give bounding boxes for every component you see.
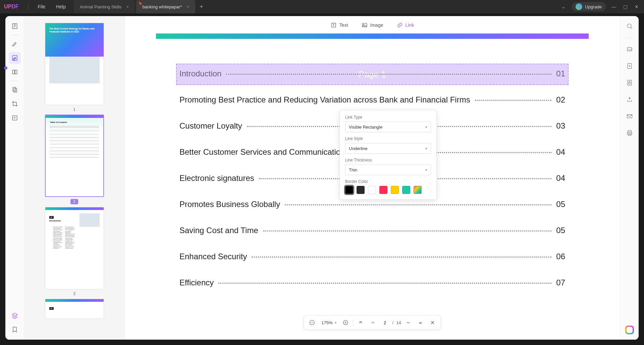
- thumbnail-page-4[interactable]: 02: [45, 299, 104, 319]
- tab-strip: Animal Painting Skills × 🔖 banking white…: [74, 0, 206, 13]
- tool-label: Text: [339, 22, 348, 28]
- thumb-number: 3: [73, 291, 75, 296]
- organize-icon[interactable]: [9, 84, 21, 96]
- pages-icon[interactable]: [9, 66, 21, 78]
- edge-indicator-icon: [4, 66, 7, 70]
- line-style-select[interactable]: Underline: [345, 143, 431, 154]
- edit-icon[interactable]: [9, 52, 21, 64]
- color-swatch-yellow[interactable]: [391, 186, 399, 194]
- minimize-icon[interactable]: —: [610, 3, 617, 10]
- toc-row[interactable]: Saving Cost and Time05: [179, 226, 565, 235]
- svg-rect-0: [12, 24, 17, 29]
- page-sep: /: [392, 320, 394, 325]
- thumbnail-page-2[interactable]: Table of Contents: [45, 115, 104, 197]
- thumb-number: 2: [70, 199, 78, 204]
- menu-file[interactable]: File: [38, 4, 46, 9]
- link-type-label: Link Type: [345, 115, 431, 120]
- protect-icon[interactable]: [624, 77, 636, 89]
- toc-row[interactable]: Promotes Business Globally05: [179, 200, 565, 209]
- thumbnail-page-3[interactable]: 01 Introduction Lorem ipsum dolor sit am…: [45, 207, 104, 289]
- print-icon[interactable]: [624, 127, 636, 139]
- email-icon[interactable]: [624, 110, 636, 122]
- thumb-tag: 01: [49, 216, 54, 219]
- link-properties-popup[interactable]: Link Type Visible Rectangle Line Style U…: [339, 110, 437, 200]
- toc-title: Saving Cost and Time: [179, 226, 258, 235]
- share-icon[interactable]: [624, 93, 636, 106]
- svg-rect-2: [12, 70, 14, 74]
- color-swatch-teal[interactable]: [402, 186, 410, 194]
- zoom-in-button[interactable]: [341, 318, 351, 327]
- toc-title: Promotes Business Globally: [179, 200, 280, 209]
- prev-page-button[interactable]: [368, 318, 378, 327]
- title-right: ⌄ Upgrade — ▢ ✕: [560, 2, 640, 11]
- svg-rect-18: [627, 115, 632, 118]
- color-swatch-red[interactable]: [379, 186, 387, 194]
- close-icon[interactable]: ×: [126, 4, 129, 9]
- ai-assistant-icon[interactable]: [625, 326, 634, 334]
- toc-row[interactable]: Promoting Best Practice and Reducing Var…: [179, 95, 565, 105]
- tab-animal-painting[interactable]: Animal Painting Skills ×: [74, 0, 135, 13]
- page-navigator: 175%▾ / 14 ✕: [304, 316, 441, 330]
- next-page-button[interactable]: [404, 318, 413, 327]
- svg-rect-5: [14, 88, 16, 92]
- tab-title: Animal Painting Skills: [80, 4, 121, 9]
- svg-point-12: [627, 24, 631, 28]
- tool-link[interactable]: Link: [394, 21, 416, 29]
- separator: [11, 81, 19, 81]
- crop-icon[interactable]: [9, 98, 21, 110]
- thumbnail-panel[interactable]: The Most Crucial Strategy for Banks and …: [24, 16, 125, 340]
- search-icon[interactable]: [624, 20, 636, 32]
- link-type-select[interactable]: Visible Rectangle: [345, 122, 431, 132]
- left-toolbar: [5, 16, 24, 340]
- separator: [11, 35, 19, 35]
- line-thickness-select[interactable]: Thin: [345, 164, 431, 175]
- add-tab-button[interactable]: +: [197, 2, 206, 11]
- toc-dots: [226, 74, 551, 75]
- last-page-button[interactable]: [416, 318, 425, 327]
- color-swatch-white[interactable]: [368, 186, 376, 194]
- thumb-image: [49, 57, 100, 83]
- ocr-icon[interactable]: OCR: [624, 43, 636, 55]
- document-canvas[interactable]: Text Image Link Page 1 Introduction: [125, 16, 620, 340]
- upgrade-button[interactable]: Upgrade: [572, 2, 606, 11]
- menu-help[interactable]: Help: [56, 4, 66, 9]
- color-swatch-black[interactable]: [345, 186, 353, 194]
- toc-title: Electronic signatures: [179, 174, 254, 183]
- right-toolbar: OCR: [620, 16, 639, 340]
- export-icon[interactable]: [624, 60, 636, 72]
- tab-banking-whitepaper[interactable]: 🔖 banking whitepapar* ×: [136, 0, 195, 13]
- toc-page-num: 01: [556, 69, 565, 78]
- color-swatch-darkgray[interactable]: [357, 186, 365, 194]
- layers-icon[interactable]: [9, 309, 21, 322]
- redact-icon[interactable]: [9, 112, 21, 124]
- toc-row[interactable]: Enhanced Security06: [179, 252, 565, 261]
- zoom-level[interactable]: 175%▾: [319, 320, 338, 325]
- reader-mode-icon[interactable]: [9, 20, 21, 32]
- color-swatch-custom[interactable]: [414, 186, 422, 194]
- close-icon[interactable]: ✕: [633, 3, 640, 10]
- highlight-icon[interactable]: [9, 38, 21, 50]
- upgrade-label: Upgrade: [585, 4, 602, 9]
- toc-row[interactable]: Page 1 Introduction 01: [179, 66, 565, 83]
- tool-text[interactable]: Text: [329, 21, 350, 29]
- line-thickness-label: Line Thickness: [345, 158, 431, 162]
- maximize-icon[interactable]: ▢: [622, 3, 629, 10]
- zoom-out-button[interactable]: [307, 318, 317, 327]
- toc-page-num: 02: [556, 95, 565, 105]
- toc-page-num: 04: [556, 147, 565, 157]
- close-nav-button[interactable]: ✕: [428, 318, 437, 327]
- close-icon[interactable]: ×: [186, 4, 189, 9]
- first-page-button[interactable]: [356, 318, 366, 327]
- thumbnail-page-1[interactable]: The Most Crucial Strategy for Banks and …: [45, 23, 104, 105]
- toc-title: Customer Loyalty: [179, 121, 242, 131]
- bookmark-icon[interactable]: [9, 324, 21, 336]
- svg-text:OCR: OCR: [627, 49, 632, 51]
- toc-row[interactable]: Efficiency07: [179, 278, 565, 287]
- chevron-down-icon[interactable]: ⌄: [560, 3, 567, 10]
- toc-title: Efficiency: [179, 278, 214, 287]
- avatar: [576, 3, 582, 10]
- page-input[interactable]: [380, 320, 390, 325]
- tool-image[interactable]: Image: [360, 21, 385, 29]
- separator: [28, 4, 29, 10]
- separator: [626, 38, 634, 38]
